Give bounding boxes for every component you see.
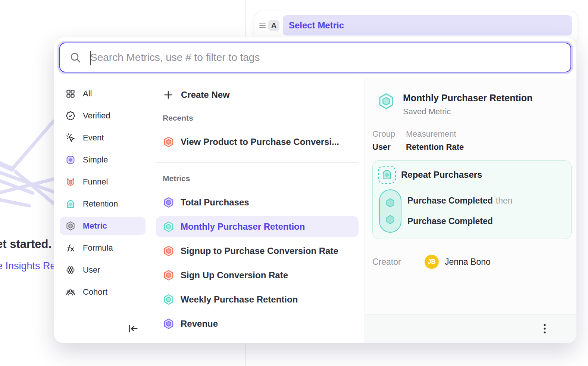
sidebar-item-label: Cohort	[83, 287, 107, 297]
sidebar-item-label: Metric	[83, 221, 107, 231]
creator-label: Creator	[372, 257, 425, 267]
sidebar-item-user[interactable]: User	[60, 261, 146, 279]
step-hexagon-icon	[385, 214, 395, 225]
sidebar-item-label: Verified	[83, 111, 110, 121]
sidebar-item-funnel[interactable]: Funnel	[60, 173, 146, 191]
event-cursor-icon	[66, 133, 75, 143]
measurement-value: Retention Rate	[406, 142, 464, 152]
detail-footer	[365, 314, 576, 343]
metric-row-signup-to-purchase-conversion-rate[interactable]: Signup to Purchase Conversion Rate	[156, 241, 359, 261]
formula-icon	[66, 243, 75, 253]
step-event: Purchase Completed	[407, 196, 493, 206]
creator-name: Jenna Bono	[445, 257, 491, 267]
sidebar-item-label: Simple	[83, 155, 108, 165]
metric-row-label: Signup to Purchase Conversion Rate	[181, 246, 338, 256]
step-row: Purchase Completed then	[407, 193, 513, 209]
sidebar-item-simple[interactable]: Simple	[60, 151, 146, 169]
metric-row-sign-up-conversion-rate[interactable]: Sign Up Conversion Rate	[156, 265, 359, 286]
metric-hexagon-icon	[163, 136, 174, 148]
series-badge: A	[268, 20, 279, 31]
recent-metric-row[interactable]: View Product to Purchase Conversi...	[156, 131, 359, 152]
select-metric-label: Select Metric	[289, 20, 344, 31]
metric-hexagon-icon	[163, 294, 174, 305]
kebab-menu-icon	[540, 322, 550, 335]
sidebar-item-metric[interactable]: Metric	[60, 217, 146, 235]
creator-row: Creator JB Jenna Bono	[372, 255, 576, 269]
metric-row-label: Monthly Purchaser Retention	[181, 221, 305, 232]
metric-list-panel: Create New Recents View Product to Purch…	[149, 78, 365, 343]
search-icon	[69, 52, 81, 63]
create-new-button[interactable]: Create New	[156, 87, 365, 102]
steps-capsule	[379, 189, 401, 233]
metrics-header: Metrics	[163, 174, 365, 183]
background-insights-link-fragment[interactable]: e Insights Re	[0, 260, 56, 272]
sidebar-item-label: User	[83, 265, 100, 275]
grid-icon	[66, 89, 75, 99]
plus-icon	[163, 90, 173, 100]
more-options-button[interactable]	[540, 322, 550, 335]
definition-steps: Purchase Completed then Purchase Complet…	[379, 189, 566, 233]
step-row: Purchase Completed	[407, 214, 513, 229]
search-input[interactable]	[90, 52, 570, 63]
simple-icon	[66, 155, 75, 165]
metric-row-label: Revenue	[181, 319, 218, 329]
collapse-panel-icon	[127, 323, 138, 334]
sidebar-item-retention[interactable]: Retention	[60, 195, 146, 213]
metric-hexagon-icon	[163, 197, 174, 208]
sidebar-item-formula[interactable]: Formula	[60, 239, 146, 257]
metric-hexagon-icon	[378, 93, 395, 110]
step-connector: then	[496, 196, 513, 206]
create-new-label: Create New	[181, 90, 230, 100]
repeat-purchasers-icon	[378, 165, 396, 184]
sidebar-item-verified[interactable]: Verified	[60, 107, 146, 125]
creator-avatar: JB	[425, 255, 439, 269]
detail-subtitle: Saved Metric	[403, 107, 532, 117]
sidebar-footer	[54, 314, 149, 343]
text-caret	[90, 51, 91, 65]
metric-row-monthly-purchaser-retention[interactable]: Monthly Purchaser Retention	[156, 216, 359, 237]
select-metric-button[interactable]: Select Metric	[283, 15, 572, 35]
metric-hexagon-icon	[163, 318, 174, 329]
metric-detail-panel: Monthly Purchaser Retention Saved Metric…	[365, 78, 576, 343]
sidebar-item-label: Event	[83, 133, 104, 143]
detail-title: Monthly Purchaser Retention	[403, 93, 532, 103]
recents-header: Recents	[163, 114, 365, 122]
definition-title: Repeat Purchasers	[401, 170, 482, 180]
sidebar-item-event[interactable]: Event	[60, 129, 146, 147]
sidebar-item-all[interactable]: All	[60, 85, 146, 103]
group-value: User	[372, 142, 406, 152]
drag-handle-icon[interactable]	[259, 23, 266, 28]
list-divider	[156, 162, 359, 163]
step-hexagon-icon	[385, 198, 395, 208]
metric-row-label: View Product to Purchase Conversi...	[181, 137, 339, 147]
sidebar-item-label: Formula	[83, 243, 113, 253]
metric-hexagon-icon	[163, 245, 174, 257]
definition-card: Repeat Purchasers Purchase Completed	[372, 160, 572, 239]
sidebar-item-cohort[interactable]: Cohort	[60, 283, 146, 301]
user-icon	[66, 265, 75, 275]
metric-row-revenue[interactable]: Revenue	[156, 313, 359, 334]
metric-hexagon-icon	[163, 221, 174, 232]
verified-badge-icon	[66, 111, 75, 121]
step-event: Purchase Completed	[407, 216, 493, 226]
metric-row-weekly-purchase-retention[interactable]: Weekly Purchase Retention	[156, 289, 359, 310]
detail-meta: Group User Measurement Retention Rate	[372, 129, 576, 152]
background-heading-fragment: et started.	[0, 238, 51, 251]
sidebar-item-label: Retention	[83, 199, 118, 209]
metric-row-total-purchases[interactable]: Total Purchases	[156, 192, 359, 213]
sidebar-item-label: All	[83, 89, 92, 99]
collapse-panel-button[interactable]	[127, 323, 138, 334]
retention-icon	[66, 199, 75, 209]
type-filter-sidebar: All Verified Event	[54, 78, 149, 343]
group-label: Group	[372, 129, 406, 139]
metric-row-bar: A Select Metric	[255, 11, 577, 40]
metric-icon	[66, 221, 75, 231]
sidebar-item-label: Funnel	[83, 177, 108, 187]
metric-picker-dialog: All Verified Event	[54, 37, 576, 343]
measurement-label: Measurement	[406, 129, 464, 139]
cohort-icon	[66, 287, 75, 297]
search-field[interactable]	[59, 43, 571, 72]
detail-header: Monthly Purchaser Retention Saved Metric	[378, 93, 576, 117]
metric-row-label: Sign Up Conversion Rate	[181, 270, 288, 280]
metric-row-label: Total Purchases	[181, 197, 249, 208]
